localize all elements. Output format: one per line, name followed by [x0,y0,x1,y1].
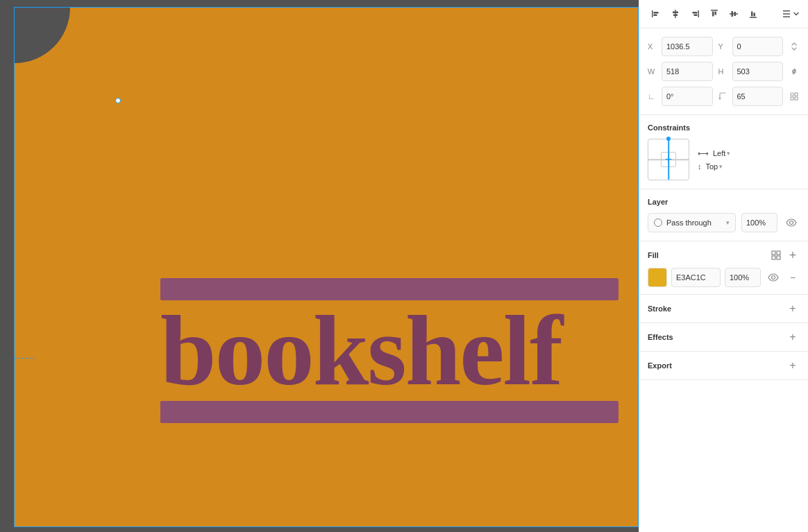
layer-title: Layer [648,198,800,206]
vertical-constraint-value: Top ▾ [706,162,723,171]
align-bottom-button[interactable] [745,6,761,22]
export-section[interactable]: Export + [639,352,808,380]
corner-icon [718,92,727,101]
fill-color-swatch[interactable] [648,268,667,287]
blend-mode-chevron: ▾ [726,219,730,226]
position-spinner[interactable] [789,37,800,56]
svg-rect-24 [795,97,798,100]
svg-rect-3 [675,10,676,18]
effects-section[interactable]: Effects + [639,323,808,352]
svg-rect-29 [772,256,775,259]
constraints-title: Constraints [648,123,800,132]
constraints-box[interactable]: + [648,139,689,180]
svg-rect-13 [732,11,734,17]
svg-rect-22 [791,93,793,96]
align-top-button[interactable] [706,6,723,22]
y-input[interactable]: 0 [732,37,784,56]
fill-add-button[interactable]: + [786,248,800,262]
svg-rect-5 [673,15,677,17]
fill-title: Fill [648,251,769,259]
right-panel: X 1036.5 Y 0 W 518 H 503 [639,0,808,532]
xy-row: X 1036.5 Y 0 [648,37,800,56]
canvas-dashed-line [15,358,35,359]
svg-rect-2 [654,15,657,17]
fill-grid-button[interactable] [769,248,783,262]
layer-section: Layer Pass through ▾ 100% [639,189,808,241]
x-label: X [648,42,656,51]
svg-rect-8 [694,15,698,17]
fill-visibility-toggle[interactable] [765,269,782,286]
fill-header: Fill + [648,248,800,262]
vertical-constraint-dropdown[interactable]: ↕ Top ▾ [698,162,730,171]
svg-rect-28 [777,251,780,255]
fill-hex-input[interactable]: E3AC1C [671,268,721,287]
svg-rect-23 [795,93,798,96]
svg-rect-0 [652,10,653,17]
constraints-section: Constraints + ⟷ Left ▾ ↕ [639,115,808,189]
canvas-area: bookshelf [0,0,639,532]
svg-rect-18 [783,10,790,12]
x-input[interactable]: 1036.5 [662,37,713,56]
more-align-button[interactable] [782,9,800,19]
visibility-toggle[interactable] [783,214,800,231]
svg-rect-9 [711,10,718,11]
svg-rect-27 [772,251,775,255]
svg-rect-25 [791,97,793,100]
svg-point-26 [790,221,793,225]
svg-rect-30 [777,256,780,259]
position-properties: X 1036.5 Y 0 W 518 H 503 [639,28,808,115]
constraint-dot-top [666,137,671,141]
size-spinner[interactable] [789,62,800,81]
canvas-frame: bookshelf [14,7,639,527]
angle-input[interactable]: 0° [662,87,713,106]
svg-rect-4 [673,12,678,14]
export-add-button[interactable]: + [786,359,800,372]
svg-rect-20 [783,17,790,18]
align-center-v-button[interactable] [725,6,742,22]
svg-rect-15 [750,17,757,19]
corner-spinner[interactable] [789,87,800,106]
svg-rect-7 [693,12,698,14]
stroke-title: Stroke [648,304,786,313]
svg-rect-19 [783,13,790,15]
angle-corner-row: ∟ 0° 65 [648,87,800,106]
fill-opacity-input[interactable]: 100% [725,268,761,287]
stroke-add-button[interactable]: + [786,302,800,316]
bookshelf-text: bookshelf [160,300,618,401]
svg-rect-16 [751,12,753,17]
h-label: H [718,67,727,76]
svg-rect-11 [715,12,717,15]
horizontal-chevron: ▾ [727,150,730,157]
horizontal-constraint-value: Left ▾ [713,149,730,157]
fill-section: Fill + E3AC1C 100% [639,241,808,295]
fill-row: E3AC1C 100% − [648,268,800,287]
svg-rect-14 [734,12,737,16]
horizontal-constraint-dropdown[interactable]: ⟷ Left ▾ [698,149,730,158]
export-title: Export [648,361,786,370]
fill-icons: + [769,248,800,262]
layer-row: Pass through ▾ 100% [648,213,800,232]
align-center-h-button[interactable] [667,6,684,22]
svg-rect-1 [654,12,659,14]
svg-point-31 [772,276,775,280]
svg-rect-10 [712,12,714,17]
constraint-cross: + [661,152,676,167]
w-label: W [648,67,656,76]
angle-icon: ∟ [648,92,656,101]
align-left-button[interactable] [648,6,664,22]
corner-input[interactable]: 65 [732,87,784,106]
canvas-dot [115,98,121,103]
opacity-input[interactable]: 100% [741,213,777,232]
fill-remove-button[interactable]: − [786,271,800,284]
align-right-button[interactable] [687,6,703,22]
stroke-section[interactable]: Stroke + [639,295,808,323]
w-input[interactable]: 518 [662,62,713,81]
blend-mode-dropdown[interactable]: Pass through ▾ [648,213,736,232]
svg-rect-12 [730,13,738,15]
h-input[interactable]: 503 [732,62,784,81]
blend-mode-value: Pass through [666,218,722,227]
bookshelf-content: bookshelf [160,278,618,423]
effects-add-button[interactable]: + [786,330,800,344]
vertical-chevron: ▾ [719,163,723,170]
svg-rect-17 [754,13,756,17]
